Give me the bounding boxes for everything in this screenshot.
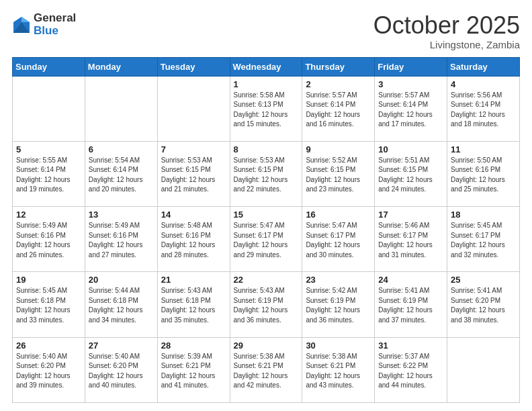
day-number: 7 xyxy=(161,144,226,154)
day-info: Sunrise: 5:51 AM Sunset: 6:15 PM Dayligh… xyxy=(378,156,443,195)
day-info: Sunrise: 5:57 AM Sunset: 6:14 PM Dayligh… xyxy=(378,91,443,130)
page: General Blue October 2025 Livingstone, Z… xyxy=(0,0,532,411)
logo-blue-text: Blue xyxy=(34,25,76,38)
table-row: 22Sunrise: 5:43 AM Sunset: 6:19 PM Dayli… xyxy=(230,272,302,337)
header-thursday: Thursday xyxy=(302,57,375,76)
table-row xyxy=(447,337,520,402)
logo-icon xyxy=(12,15,31,34)
day-info: Sunrise: 5:49 AM Sunset: 6:16 PM Dayligh… xyxy=(89,221,154,260)
table-row: 28Sunrise: 5:39 AM Sunset: 6:21 PM Dayli… xyxy=(157,337,230,402)
table-row: 20Sunrise: 5:44 AM Sunset: 6:18 PM Dayli… xyxy=(85,272,157,337)
day-number: 5 xyxy=(16,144,81,154)
table-row: 17Sunrise: 5:46 AM Sunset: 6:17 PM Dayli… xyxy=(375,207,447,272)
table-row: 8Sunrise: 5:53 AM Sunset: 6:15 PM Daylig… xyxy=(230,141,302,206)
day-info: Sunrise: 5:38 AM Sunset: 6:21 PM Dayligh… xyxy=(306,352,371,391)
day-number: 24 xyxy=(378,275,443,285)
day-number: 15 xyxy=(234,210,299,220)
table-row: 2Sunrise: 5:57 AM Sunset: 6:14 PM Daylig… xyxy=(302,76,375,141)
day-number: 25 xyxy=(451,275,516,285)
table-row: 1Sunrise: 5:58 AM Sunset: 6:13 PM Daylig… xyxy=(230,76,302,141)
day-number: 21 xyxy=(161,275,226,285)
day-number: 3 xyxy=(378,79,443,89)
day-number: 6 xyxy=(89,144,154,154)
logo: General Blue xyxy=(12,12,76,37)
day-info: Sunrise: 5:47 AM Sunset: 6:17 PM Dayligh… xyxy=(306,221,371,260)
day-number: 13 xyxy=(89,210,154,220)
calendar-week-4: 19Sunrise: 5:45 AM Sunset: 6:18 PM Dayli… xyxy=(13,272,520,337)
day-number: 17 xyxy=(378,210,443,220)
day-info: Sunrise: 5:45 AM Sunset: 6:18 PM Dayligh… xyxy=(16,286,81,325)
day-info: Sunrise: 5:40 AM Sunset: 6:20 PM Dayligh… xyxy=(89,352,154,391)
day-number: 30 xyxy=(306,340,371,351)
table-row: 19Sunrise: 5:45 AM Sunset: 6:18 PM Dayli… xyxy=(13,272,85,337)
day-info: Sunrise: 5:50 AM Sunset: 6:16 PM Dayligh… xyxy=(451,156,516,195)
day-number: 16 xyxy=(306,210,371,220)
table-row: 31Sunrise: 5:37 AM Sunset: 6:22 PM Dayli… xyxy=(375,337,447,402)
day-info: Sunrise: 5:38 AM Sunset: 6:21 PM Dayligh… xyxy=(234,352,299,391)
table-row: 15Sunrise: 5:47 AM Sunset: 6:17 PM Dayli… xyxy=(230,207,302,272)
day-number: 23 xyxy=(306,275,371,285)
table-row: 10Sunrise: 5:51 AM Sunset: 6:15 PM Dayli… xyxy=(375,141,447,206)
table-row: 4Sunrise: 5:56 AM Sunset: 6:14 PM Daylig… xyxy=(447,76,520,141)
day-info: Sunrise: 5:53 AM Sunset: 6:15 PM Dayligh… xyxy=(234,156,299,195)
table-row xyxy=(157,76,230,141)
logo-text: General Blue xyxy=(34,12,76,37)
location: Livingstone, Zambia xyxy=(373,39,520,50)
calendar-table: Sunday Monday Tuesday Wednesday Thursday… xyxy=(12,57,520,403)
table-row: 29Sunrise: 5:38 AM Sunset: 6:21 PM Dayli… xyxy=(230,337,302,402)
calendar-week-3: 12Sunrise: 5:49 AM Sunset: 6:16 PM Dayli… xyxy=(13,207,520,272)
table-row: 18Sunrise: 5:45 AM Sunset: 6:17 PM Dayli… xyxy=(447,207,520,272)
table-row: 30Sunrise: 5:38 AM Sunset: 6:21 PM Dayli… xyxy=(302,337,375,402)
day-number: 22 xyxy=(234,275,299,285)
day-info: Sunrise: 5:37 AM Sunset: 6:22 PM Dayligh… xyxy=(378,352,443,391)
table-row: 23Sunrise: 5:42 AM Sunset: 6:19 PM Dayli… xyxy=(302,272,375,337)
table-row xyxy=(85,76,157,141)
day-info: Sunrise: 5:54 AM Sunset: 6:14 PM Dayligh… xyxy=(89,156,154,195)
day-info: Sunrise: 5:47 AM Sunset: 6:17 PM Dayligh… xyxy=(234,221,299,260)
table-row: 14Sunrise: 5:48 AM Sunset: 6:16 PM Dayli… xyxy=(157,207,230,272)
day-number: 4 xyxy=(451,79,516,89)
day-info: Sunrise: 5:44 AM Sunset: 6:18 PM Dayligh… xyxy=(89,286,154,325)
day-number: 19 xyxy=(16,275,81,285)
day-info: Sunrise: 5:43 AM Sunset: 6:18 PM Dayligh… xyxy=(161,286,226,325)
day-number: 28 xyxy=(161,340,226,351)
day-info: Sunrise: 5:49 AM Sunset: 6:16 PM Dayligh… xyxy=(16,221,81,260)
day-info: Sunrise: 5:46 AM Sunset: 6:17 PM Dayligh… xyxy=(378,221,443,260)
table-row: 7Sunrise: 5:53 AM Sunset: 6:15 PM Daylig… xyxy=(157,141,230,206)
header: General Blue October 2025 Livingstone, Z… xyxy=(12,12,520,50)
day-info: Sunrise: 5:40 AM Sunset: 6:20 PM Dayligh… xyxy=(16,352,81,391)
table-row: 16Sunrise: 5:47 AM Sunset: 6:17 PM Dayli… xyxy=(302,207,375,272)
day-info: Sunrise: 5:52 AM Sunset: 6:15 PM Dayligh… xyxy=(306,156,371,195)
table-row: 25Sunrise: 5:41 AM Sunset: 6:20 PM Dayli… xyxy=(447,272,520,337)
day-number: 2 xyxy=(306,79,371,89)
title-block: October 2025 Livingstone, Zambia xyxy=(373,12,520,50)
header-saturday: Saturday xyxy=(447,57,520,76)
day-info: Sunrise: 5:45 AM Sunset: 6:17 PM Dayligh… xyxy=(451,221,516,260)
table-row: 5Sunrise: 5:55 AM Sunset: 6:14 PM Daylig… xyxy=(13,141,85,206)
day-number: 1 xyxy=(234,79,299,89)
table-row: 24Sunrise: 5:41 AM Sunset: 6:19 PM Dayli… xyxy=(375,272,447,337)
header-wednesday: Wednesday xyxy=(230,57,302,76)
day-info: Sunrise: 5:48 AM Sunset: 6:16 PM Dayligh… xyxy=(161,221,226,260)
svg-marker-1 xyxy=(21,17,30,22)
table-row: 21Sunrise: 5:43 AM Sunset: 6:18 PM Dayli… xyxy=(157,272,230,337)
table-row: 6Sunrise: 5:54 AM Sunset: 6:14 PM Daylig… xyxy=(85,141,157,206)
header-monday: Monday xyxy=(85,57,157,76)
day-number: 12 xyxy=(16,210,81,220)
table-row xyxy=(13,76,85,141)
table-row: 27Sunrise: 5:40 AM Sunset: 6:20 PM Dayli… xyxy=(85,337,157,402)
table-row: 9Sunrise: 5:52 AM Sunset: 6:15 PM Daylig… xyxy=(302,141,375,206)
logo-general-text: General xyxy=(34,12,76,25)
month-title: October 2025 xyxy=(373,12,520,39)
day-number: 27 xyxy=(89,340,154,351)
day-info: Sunrise: 5:53 AM Sunset: 6:15 PM Dayligh… xyxy=(161,156,226,195)
table-row: 11Sunrise: 5:50 AM Sunset: 6:16 PM Dayli… xyxy=(447,141,520,206)
day-info: Sunrise: 5:55 AM Sunset: 6:14 PM Dayligh… xyxy=(16,156,81,195)
calendar-week-2: 5Sunrise: 5:55 AM Sunset: 6:14 PM Daylig… xyxy=(13,141,520,206)
header-sunday: Sunday xyxy=(13,57,85,76)
day-number: 20 xyxy=(89,275,154,285)
calendar-week-5: 26Sunrise: 5:40 AM Sunset: 6:20 PM Dayli… xyxy=(13,337,520,402)
day-number: 9 xyxy=(306,144,371,154)
day-info: Sunrise: 5:39 AM Sunset: 6:21 PM Dayligh… xyxy=(161,352,226,391)
day-number: 14 xyxy=(161,210,226,220)
